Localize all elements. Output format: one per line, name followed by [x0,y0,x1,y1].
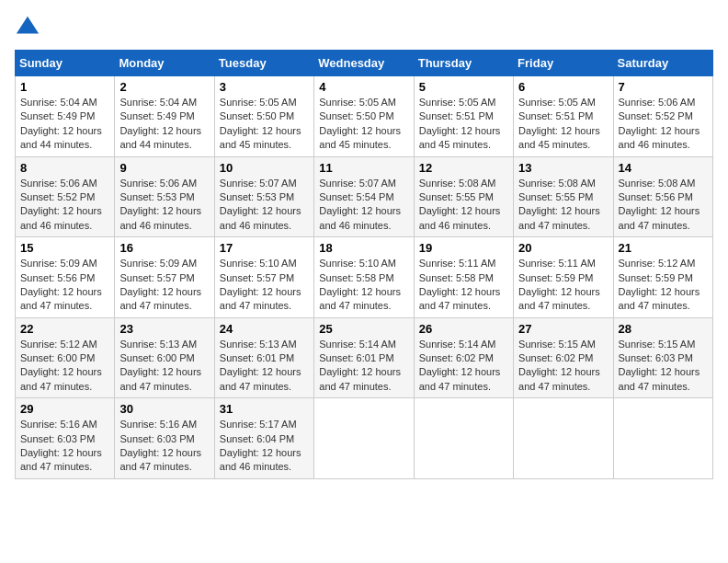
day-info: Sunrise: 5:09 AM Sunset: 5:56 PM Dayligh… [20,257,109,314]
day-info: Sunrise: 5:10 AM Sunset: 5:57 PM Dayligh… [220,257,309,314]
day-of-week-header: Thursday [414,51,513,76]
day-number: 15 [20,241,109,255]
day-number: 18 [319,241,408,255]
calendar-cell: 25 Sunrise: 5:14 AM Sunset: 6:01 PM Dayl… [314,317,414,398]
day-info: Sunrise: 5:06 AM Sunset: 5:52 PM Dayligh… [20,177,109,234]
calendar-cell: 28 Sunrise: 5:15 AM Sunset: 6:03 PM Dayl… [613,317,712,398]
day-info: Sunrise: 5:07 AM Sunset: 5:53 PM Dayligh… [220,177,309,234]
day-info: Sunrise: 5:05 AM Sunset: 5:50 PM Dayligh… [319,96,408,153]
calendar-week-row: 8 Sunrise: 5:06 AM Sunset: 5:52 PM Dayli… [16,156,713,237]
calendar-week-row: 29 Sunrise: 5:16 AM Sunset: 6:03 PM Dayl… [16,398,713,479]
calendar-cell: 4 Sunrise: 5:05 AM Sunset: 5:50 PM Dayli… [314,76,414,157]
day-info: Sunrise: 5:16 AM Sunset: 6:03 PM Dayligh… [20,418,109,475]
day-info: Sunrise: 5:12 AM Sunset: 5:59 PM Dayligh… [619,257,708,314]
day-info: Sunrise: 5:07 AM Sunset: 5:54 PM Dayligh… [319,177,408,234]
day-number: 23 [119,322,209,336]
day-info: Sunrise: 5:06 AM Sunset: 5:53 PM Dayligh… [119,177,209,234]
day-info: Sunrise: 5:13 AM Sunset: 6:00 PM Dayligh… [119,338,209,395]
day-info: Sunrise: 5:15 AM Sunset: 6:03 PM Dayligh… [619,338,708,395]
day-number: 24 [220,322,309,336]
svg-marker-0 [17,17,39,34]
calendar-cell [314,398,414,479]
calendar-cell: 8 Sunrise: 5:06 AM Sunset: 5:52 PM Dayli… [16,156,115,237]
day-info: Sunrise: 5:15 AM Sunset: 6:02 PM Dayligh… [518,338,608,395]
day-number: 30 [119,402,209,416]
day-number: 21 [619,241,708,255]
day-number: 14 [619,161,708,175]
calendar-week-row: 1 Sunrise: 5:04 AM Sunset: 5:49 PM Dayli… [16,76,713,157]
day-info: Sunrise: 5:05 AM Sunset: 5:51 PM Dayligh… [518,96,608,153]
calendar-cell: 11 Sunrise: 5:07 AM Sunset: 5:54 PM Dayl… [314,156,414,237]
day-of-week-header: Wednesday [314,51,414,76]
day-info: Sunrise: 5:13 AM Sunset: 6:01 PM Dayligh… [220,338,309,395]
calendar-cell: 6 Sunrise: 5:05 AM Sunset: 5:51 PM Dayli… [514,76,613,157]
calendar-cell: 29 Sunrise: 5:16 AM Sunset: 6:03 PM Dayl… [16,398,115,479]
day-number: 10 [220,161,309,175]
day-number: 26 [419,322,508,336]
day-number: 7 [619,80,708,94]
day-info: Sunrise: 5:08 AM Sunset: 5:55 PM Dayligh… [419,177,508,234]
calendar-cell: 30 Sunrise: 5:16 AM Sunset: 6:03 PM Dayl… [115,398,214,479]
day-info: Sunrise: 5:16 AM Sunset: 6:03 PM Dayligh… [119,418,209,475]
day-number: 13 [518,161,608,175]
calendar-cell: 2 Sunrise: 5:04 AM Sunset: 5:49 PM Dayli… [115,76,214,157]
calendar-cell: 21 Sunrise: 5:12 AM Sunset: 5:59 PM Dayl… [613,237,712,318]
day-of-week-header: Sunday [16,51,115,76]
day-number: 22 [20,322,109,336]
day-number: 9 [119,161,209,175]
day-info: Sunrise: 5:05 AM Sunset: 5:50 PM Dayligh… [220,96,309,153]
day-number: 8 [20,161,109,175]
calendar-cell: 27 Sunrise: 5:15 AM Sunset: 6:02 PM Dayl… [514,317,613,398]
day-info: Sunrise: 5:08 AM Sunset: 5:56 PM Dayligh… [619,177,708,234]
day-info: Sunrise: 5:12 AM Sunset: 6:00 PM Dayligh… [20,338,109,395]
day-info: Sunrise: 5:11 AM Sunset: 5:58 PM Dayligh… [419,257,508,314]
day-number: 5 [419,80,508,94]
calendar-cell: 17 Sunrise: 5:10 AM Sunset: 5:57 PM Dayl… [214,237,313,318]
calendar-cell [613,398,712,479]
day-of-week-header: Saturday [613,51,712,76]
calendar-cell: 20 Sunrise: 5:11 AM Sunset: 5:59 PM Dayl… [514,237,613,318]
day-info: Sunrise: 5:08 AM Sunset: 5:55 PM Dayligh… [518,177,608,234]
logo-icon [15,15,40,40]
calendar-cell: 9 Sunrise: 5:06 AM Sunset: 5:53 PM Dayli… [115,156,214,237]
day-number: 1 [20,80,109,94]
day-number: 27 [518,322,608,336]
day-info: Sunrise: 5:09 AM Sunset: 5:57 PM Dayligh… [119,257,209,314]
day-number: 17 [220,241,309,255]
calendar-cell [414,398,513,479]
logo [15,15,44,40]
day-number: 31 [220,402,309,416]
day-number: 20 [518,241,608,255]
day-number: 11 [319,161,408,175]
calendar-body: 1 Sunrise: 5:04 AM Sunset: 5:49 PM Dayli… [16,76,713,479]
day-info: Sunrise: 5:14 AM Sunset: 6:02 PM Dayligh… [419,338,508,395]
day-info: Sunrise: 5:04 AM Sunset: 5:49 PM Dayligh… [20,96,109,153]
day-info: Sunrise: 5:05 AM Sunset: 5:51 PM Dayligh… [419,96,508,153]
calendar-cell: 14 Sunrise: 5:08 AM Sunset: 5:56 PM Dayl… [613,156,712,237]
day-of-week-header: Monday [115,51,214,76]
calendar-cell: 18 Sunrise: 5:10 AM Sunset: 5:58 PM Dayl… [314,237,414,318]
calendar-cell: 31 Sunrise: 5:17 AM Sunset: 6:04 PM Dayl… [214,398,313,479]
calendar-cell: 3 Sunrise: 5:05 AM Sunset: 5:50 PM Dayli… [214,76,313,157]
page-header [15,15,713,40]
day-info: Sunrise: 5:11 AM Sunset: 5:59 PM Dayligh… [518,257,608,314]
days-of-week-row: SundayMondayTuesdayWednesdayThursdayFrid… [16,51,713,76]
calendar-week-row: 22 Sunrise: 5:12 AM Sunset: 6:00 PM Dayl… [16,317,713,398]
day-number: 3 [220,80,309,94]
day-info: Sunrise: 5:04 AM Sunset: 5:49 PM Dayligh… [119,96,209,153]
calendar-cell: 10 Sunrise: 5:07 AM Sunset: 5:53 PM Dayl… [214,156,313,237]
calendar-cell: 15 Sunrise: 5:09 AM Sunset: 5:56 PM Dayl… [16,237,115,318]
day-number: 28 [619,322,708,336]
calendar-cell: 19 Sunrise: 5:11 AM Sunset: 5:58 PM Dayl… [414,237,513,318]
calendar-cell: 22 Sunrise: 5:12 AM Sunset: 6:00 PM Dayl… [16,317,115,398]
day-of-week-header: Tuesday [214,51,313,76]
day-number: 25 [319,322,408,336]
day-info: Sunrise: 5:14 AM Sunset: 6:01 PM Dayligh… [319,338,408,395]
day-number: 19 [419,241,508,255]
calendar-cell: 23 Sunrise: 5:13 AM Sunset: 6:00 PM Dayl… [115,317,214,398]
day-number: 16 [119,241,209,255]
calendar-cell: 26 Sunrise: 5:14 AM Sunset: 6:02 PM Dayl… [414,317,513,398]
day-info: Sunrise: 5:10 AM Sunset: 5:58 PM Dayligh… [319,257,408,314]
calendar-cell: 12 Sunrise: 5:08 AM Sunset: 5:55 PM Dayl… [414,156,513,237]
calendar-cell: 7 Sunrise: 5:06 AM Sunset: 5:52 PM Dayli… [613,76,712,157]
